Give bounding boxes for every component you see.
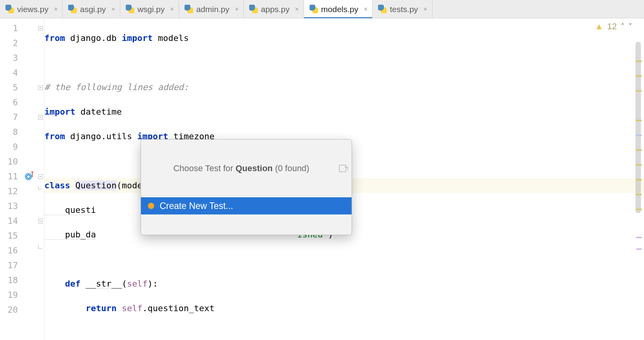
tab-label: wsgi.py <box>137 5 165 13</box>
fold-toggle[interactable] <box>38 115 43 120</box>
line-number: 2 <box>0 36 23 51</box>
error-stripe[interactable] <box>636 90 642 92</box>
fold-end <box>38 189 43 194</box>
bullet-icon <box>148 203 154 209</box>
line-number: 8 <box>0 125 23 140</box>
line-number: 5 <box>0 80 23 95</box>
override-icon[interactable] <box>25 173 32 180</box>
marker-gutter <box>23 18 37 340</box>
code-token: pub_da <box>44 230 96 240</box>
error-stripe[interactable] <box>636 209 642 210</box>
line-number: 17 <box>0 258 23 273</box>
scrollbar[interactable] <box>635 42 642 332</box>
line-number: 11 <box>0 169 23 184</box>
fold-gutter <box>37 18 44 340</box>
inspections-widget[interactable]: ▲ 12 ˄ ˅ <box>595 21 632 32</box>
code-token <box>44 279 65 289</box>
close-icon[interactable]: × <box>424 6 428 12</box>
error-stripe[interactable] <box>636 60 642 62</box>
error-stripe[interactable] <box>636 179 642 181</box>
close-icon[interactable]: × <box>111 6 115 12</box>
error-stripe[interactable] <box>636 75 642 77</box>
error-stripe[interactable] <box>636 120 642 121</box>
line-number: 4 <box>0 66 23 80</box>
line-number: 19 <box>0 288 23 303</box>
tab-label: tests.py <box>390 5 418 13</box>
line-number: 1 <box>0 21 23 36</box>
line-number: 7 <box>0 110 23 125</box>
python-icon <box>378 5 387 13</box>
line-number: 13 <box>0 199 23 214</box>
fold-end <box>38 248 43 253</box>
line-number: 16 <box>0 243 23 258</box>
popup-title: Choose Test for Question (0 found) <box>141 160 352 177</box>
error-stripe[interactable] <box>636 194 642 195</box>
tab-models[interactable]: models.py× <box>304 0 373 18</box>
scroll-thumb[interactable] <box>635 42 641 213</box>
choose-test-popup: Choose Test for Question (0 found) Creat… <box>141 139 352 235</box>
tab-label: asgi.py <box>80 5 106 13</box>
create-new-test-item[interactable]: Create New Test... <box>141 197 352 214</box>
tab-bar: views.py× asgi.py× wsgi.py× admin.py× ap… <box>0 0 644 18</box>
close-icon[interactable]: × <box>364 6 368 12</box>
error-stripe[interactable] <box>636 135 642 136</box>
inspections-count: 12 <box>607 21 617 32</box>
code-token: return <box>86 303 122 313</box>
tab-views[interactable]: views.py× <box>0 0 63 18</box>
code-comment: # the following lines added: <box>44 82 189 92</box>
popup-title-bold: Question <box>236 163 273 173</box>
line-number: 10 <box>0 154 23 169</box>
code-token: django.db <box>65 33 122 43</box>
tab-admin[interactable]: admin.py× <box>179 0 244 18</box>
chevron-down-icon[interactable]: ˅ <box>628 22 632 31</box>
python-icon <box>126 5 134 13</box>
line-number: 20 <box>0 303 23 317</box>
fold-toggle[interactable] <box>38 174 43 179</box>
tab-label: apps.py <box>261 5 290 13</box>
error-stripe[interactable] <box>636 248 642 250</box>
error-stripe[interactable] <box>636 149 642 151</box>
line-number: 18 <box>0 273 23 288</box>
code-token: class <box>44 181 75 190</box>
code-token: django.utils <box>65 131 137 141</box>
fold-toggle[interactable] <box>38 85 43 90</box>
editor: 1 2 3 4 5 6 7 8 9 10 11 12 13 14 15 16 1… <box>0 18 644 340</box>
tab-apps[interactable]: apps.py× <box>244 0 304 18</box>
line-number: 3 <box>0 51 23 66</box>
popup-title-suffix: (0 found) <box>273 163 309 173</box>
code-area[interactable]: from django.db import models # the follo… <box>44 18 644 340</box>
tab-tests[interactable]: tests.py× <box>373 0 432 18</box>
python-icon <box>68 5 77 13</box>
error-stripe[interactable] <box>636 164 642 166</box>
python-icon <box>5 5 14 13</box>
fold-toggle[interactable] <box>38 26 43 31</box>
line-number: 9 <box>0 140 23 154</box>
tab-wsgi[interactable]: wsgi.py× <box>120 0 179 18</box>
error-stripe[interactable] <box>636 237 642 238</box>
tab-label: admin.py <box>196 5 229 13</box>
line-number: 14 <box>0 214 23 228</box>
line-number-gutter: 1 2 3 4 5 6 7 8 9 10 11 12 13 14 15 16 1… <box>0 18 23 340</box>
close-icon[interactable]: × <box>235 6 239 12</box>
fold-toggle[interactable] <box>38 219 43 223</box>
code-token: from <box>44 33 65 43</box>
close-icon[interactable]: × <box>170 6 174 12</box>
class-name: Question <box>75 181 116 190</box>
code-token: models <box>153 33 189 43</box>
python-icon <box>185 5 193 13</box>
close-icon[interactable]: × <box>295 6 299 12</box>
code-token: import <box>122 33 153 43</box>
chevron-up-icon[interactable]: ˄ <box>621 22 625 31</box>
code-token: ): <box>148 279 158 289</box>
close-icon[interactable]: × <box>54 6 58 12</box>
tab-asgi[interactable]: asgi.py× <box>63 0 120 18</box>
tab-label: views.py <box>17 5 49 13</box>
code-token: def <box>65 279 86 289</box>
code-token: ( <box>122 279 127 289</box>
line-number: 12 <box>0 184 23 199</box>
warning-icon: ▲ <box>595 21 604 32</box>
code-token: self <box>122 303 143 313</box>
code-token <box>44 303 86 313</box>
code-token: __str__ <box>86 279 122 289</box>
pin-icon[interactable] <box>339 165 346 172</box>
